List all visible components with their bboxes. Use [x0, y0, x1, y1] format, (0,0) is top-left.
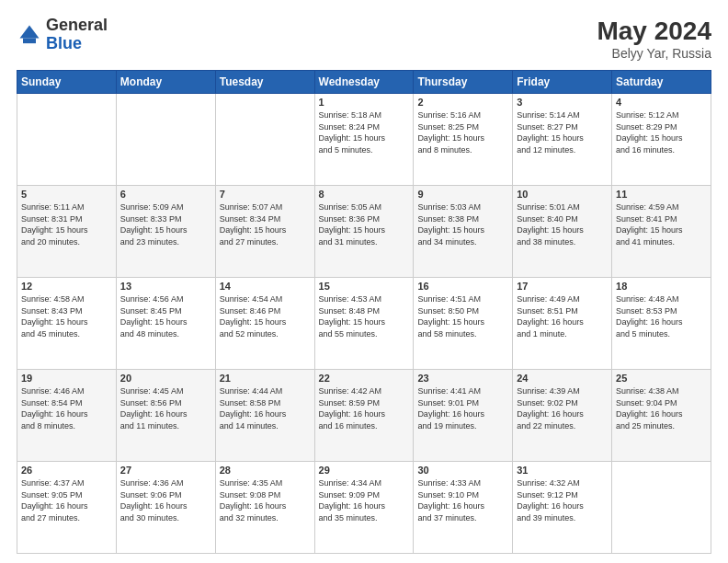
day-number: 23	[417, 373, 508, 384]
day-number: 2	[417, 97, 508, 108]
calendar-cell: 22Sunrise: 4:42 AMSunset: 8:59 PMDayligh…	[314, 370, 414, 462]
day-info: Sunrise: 4:51 AMSunset: 8:50 PMDaylight:…	[417, 293, 508, 339]
day-info: Sunrise: 5:12 AMSunset: 8:29 PMDaylight:…	[616, 109, 707, 155]
day-number: 1	[319, 97, 410, 108]
day-info: Sunrise: 4:42 AMSunset: 8:59 PMDaylight:…	[319, 385, 410, 431]
calendar-cell: 2Sunrise: 5:16 AMSunset: 8:25 PMDaylight…	[414, 94, 513, 186]
calendar-week-row: 26Sunrise: 4:37 AMSunset: 9:05 PMDayligh…	[17, 462, 711, 554]
day-info: Sunrise: 4:32 AMSunset: 9:12 PMDaylight:…	[517, 477, 608, 523]
day-header: Saturday	[612, 71, 711, 94]
day-info: Sunrise: 4:33 AMSunset: 9:10 PMDaylight:…	[417, 477, 508, 523]
title-block: May 2024 Belyy Yar, Russia	[597, 17, 711, 61]
day-number: 6	[120, 189, 211, 200]
day-number: 12	[21, 281, 112, 292]
day-number: 16	[417, 281, 508, 292]
location: Belyy Yar, Russia	[597, 46, 711, 61]
day-info: Sunrise: 4:58 AMSunset: 8:43 PMDaylight:…	[21, 293, 112, 339]
day-info: Sunrise: 4:39 AMSunset: 9:02 PMDaylight:…	[517, 385, 608, 431]
day-info: Sunrise: 4:48 AMSunset: 8:53 PMDaylight:…	[616, 293, 707, 339]
calendar-cell: 6Sunrise: 5:09 AMSunset: 8:33 PMDaylight…	[116, 186, 215, 278]
day-info: Sunrise: 5:09 AMSunset: 8:33 PMDaylight:…	[120, 201, 211, 247]
calendar-week-row: 1Sunrise: 5:18 AMSunset: 8:24 PMDaylight…	[17, 94, 711, 186]
logo-text: General Blue	[46, 17, 108, 53]
calendar-table: SundayMondayTuesdayWednesdayThursdayFrid…	[17, 70, 711, 554]
day-info: Sunrise: 4:38 AMSunset: 9:04 PMDaylight:…	[616, 385, 707, 431]
logo: General Blue	[17, 17, 108, 53]
day-info: Sunrise: 4:49 AMSunset: 8:51 PMDaylight:…	[517, 293, 608, 339]
day-header: Monday	[116, 71, 215, 94]
day-info: Sunrise: 5:16 AMSunset: 8:25 PMDaylight:…	[417, 109, 508, 155]
calendar-cell: 16Sunrise: 4:51 AMSunset: 8:50 PMDayligh…	[414, 278, 513, 370]
day-number: 30	[417, 465, 508, 476]
day-number: 5	[21, 189, 112, 200]
calendar-cell: 28Sunrise: 4:35 AMSunset: 9:08 PMDayligh…	[215, 462, 314, 554]
day-info: Sunrise: 5:01 AMSunset: 8:40 PMDaylight:…	[517, 201, 608, 247]
calendar-cell: 17Sunrise: 4:49 AMSunset: 8:51 PMDayligh…	[513, 278, 612, 370]
calendar-cell: 21Sunrise: 4:44 AMSunset: 8:58 PMDayligh…	[215, 370, 314, 462]
day-info: Sunrise: 4:41 AMSunset: 9:01 PMDaylight:…	[417, 385, 508, 431]
calendar-cell: 12Sunrise: 4:58 AMSunset: 8:43 PMDayligh…	[17, 278, 117, 370]
calendar-cell: 10Sunrise: 5:01 AMSunset: 8:40 PMDayligh…	[513, 186, 612, 278]
day-number: 14	[220, 281, 311, 292]
day-info: Sunrise: 4:37 AMSunset: 9:05 PMDaylight:…	[21, 477, 112, 523]
day-header: Sunday	[17, 71, 117, 94]
logo-blue: Blue	[46, 34, 82, 52]
calendar-cell: 30Sunrise: 4:33 AMSunset: 9:10 PMDayligh…	[414, 462, 513, 554]
day-number: 17	[517, 281, 608, 292]
calendar-cell: 20Sunrise: 4:45 AMSunset: 8:56 PMDayligh…	[116, 370, 215, 462]
day-info: Sunrise: 4:59 AMSunset: 8:41 PMDaylight:…	[616, 201, 707, 247]
day-number: 22	[319, 373, 410, 384]
calendar-cell: 13Sunrise: 4:56 AMSunset: 8:45 PMDayligh…	[116, 278, 215, 370]
calendar-cell: 8Sunrise: 5:05 AMSunset: 8:36 PMDaylight…	[314, 186, 414, 278]
svg-rect-1	[23, 38, 36, 43]
day-number: 4	[616, 97, 707, 108]
page: General Blue May 2024 Belyy Yar, Russia …	[0, 0, 728, 563]
day-number: 19	[21, 373, 112, 384]
calendar-cell: 15Sunrise: 4:53 AMSunset: 8:48 PMDayligh…	[314, 278, 414, 370]
day-info: Sunrise: 5:14 AMSunset: 8:27 PMDaylight:…	[517, 109, 608, 155]
day-number: 20	[120, 373, 211, 384]
calendar-week-row: 19Sunrise: 4:46 AMSunset: 8:54 PMDayligh…	[17, 370, 711, 462]
logo-icon	[17, 22, 42, 48]
calendar-cell: 1Sunrise: 5:18 AMSunset: 8:24 PMDaylight…	[314, 94, 414, 186]
day-number: 18	[616, 281, 707, 292]
day-number: 21	[220, 373, 311, 384]
month-year: May 2024	[597, 17, 711, 46]
day-info: Sunrise: 4:35 AMSunset: 9:08 PMDaylight:…	[220, 477, 311, 523]
day-info: Sunrise: 4:53 AMSunset: 8:48 PMDaylight:…	[319, 293, 410, 339]
calendar-cell: 3Sunrise: 5:14 AMSunset: 8:27 PMDaylight…	[513, 94, 612, 186]
day-number: 11	[616, 189, 707, 200]
calendar-week-row: 12Sunrise: 4:58 AMSunset: 8:43 PMDayligh…	[17, 278, 711, 370]
calendar-cell	[116, 94, 215, 186]
day-info: Sunrise: 5:18 AMSunset: 8:24 PMDaylight:…	[319, 109, 410, 155]
calendar-cell: 18Sunrise: 4:48 AMSunset: 8:53 PMDayligh…	[612, 278, 711, 370]
calendar-cell: 9Sunrise: 5:03 AMSunset: 8:38 PMDaylight…	[414, 186, 513, 278]
day-header: Wednesday	[314, 71, 414, 94]
day-number: 31	[517, 465, 608, 476]
day-number: 8	[319, 189, 410, 200]
day-header: Thursday	[414, 71, 513, 94]
day-number: 7	[220, 189, 311, 200]
day-info: Sunrise: 5:05 AMSunset: 8:36 PMDaylight:…	[319, 201, 410, 247]
day-info: Sunrise: 5:07 AMSunset: 8:34 PMDaylight:…	[220, 201, 311, 247]
day-number: 29	[319, 465, 410, 476]
calendar-cell: 27Sunrise: 4:36 AMSunset: 9:06 PMDayligh…	[116, 462, 215, 554]
day-number: 13	[120, 281, 211, 292]
calendar-cell: 5Sunrise: 5:11 AMSunset: 8:31 PMDaylight…	[17, 186, 117, 278]
day-number: 15	[319, 281, 410, 292]
day-number: 28	[220, 465, 311, 476]
day-info: Sunrise: 4:36 AMSunset: 9:06 PMDaylight:…	[120, 477, 211, 523]
header: General Blue May 2024 Belyy Yar, Russia	[17, 17, 711, 61]
day-info: Sunrise: 4:44 AMSunset: 8:58 PMDaylight:…	[220, 385, 311, 431]
day-info: Sunrise: 4:46 AMSunset: 8:54 PMDaylight:…	[21, 385, 112, 431]
day-info: Sunrise: 4:45 AMSunset: 8:56 PMDaylight:…	[120, 385, 211, 431]
day-header: Friday	[513, 71, 612, 94]
calendar-cell	[612, 462, 711, 554]
day-info: Sunrise: 4:54 AMSunset: 8:46 PMDaylight:…	[220, 293, 311, 339]
svg-marker-0	[20, 25, 40, 38]
calendar-cell: 19Sunrise: 4:46 AMSunset: 8:54 PMDayligh…	[17, 370, 117, 462]
day-number: 3	[517, 97, 608, 108]
calendar-cell: 14Sunrise: 4:54 AMSunset: 8:46 PMDayligh…	[215, 278, 314, 370]
day-number: 24	[517, 373, 608, 384]
calendar-cell: 25Sunrise: 4:38 AMSunset: 9:04 PMDayligh…	[612, 370, 711, 462]
